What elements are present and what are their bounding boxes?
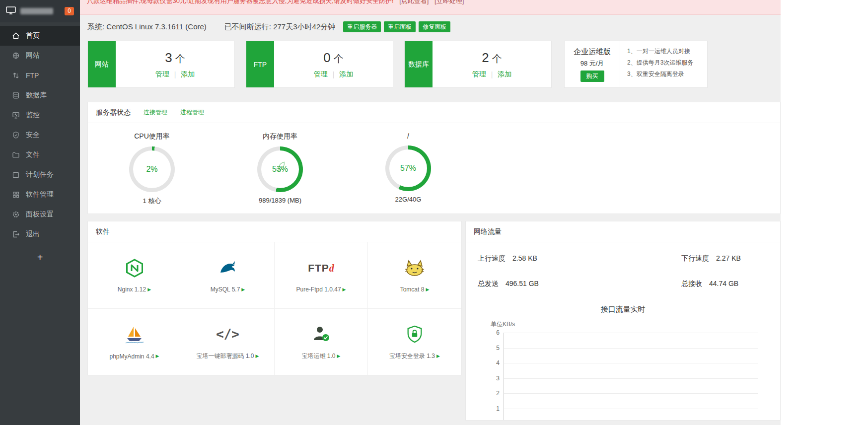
promo-features: 1、一对一运维人员对接 2、提供每月3次运维服务 3、双重安全隔离登录 [620,41,707,87]
sidebar-item-monitor[interactable]: 监控 [0,105,80,125]
sidebar-item-label: 网站 [26,51,40,60]
running-indicator: ▶ [343,287,346,292]
cpu-donut-chart: 2% [129,146,175,192]
website-add-link[interactable]: 添加 [181,70,195,79]
sidebar-item-files[interactable]: 文件 [0,145,80,165]
sidebar-item-label: 面板设置 [26,210,54,219]
sidebar-item-settings[interactable]: 面板设置 [0,205,80,224]
running-indicator: ▶ [241,287,245,292]
sidebar-add-button[interactable]: + [0,247,80,267]
monitor-icon [12,111,20,119]
system-os: 系统: CentOS Linux 7.3.1611 (Core) [87,22,207,32]
nginx-icon [125,258,145,279]
alert-action-link[interactable]: [立即处理] [434,0,464,4]
total-sent: 总发送 496.51 GB [478,280,681,288]
ftp-count: 0个 [323,50,343,66]
server-name-redacted [20,8,53,14]
website-tag: 网站 [88,41,116,87]
sidebar-item-label: 文件 [26,150,40,159]
connections-manage-link[interactable]: 连接管理 [144,108,167,117]
disk-root-gauge: / 57% 22G/40G [344,132,472,213]
ftp-tag: FTP [246,41,274,87]
repair-panel-button[interactable]: 修复面板 [419,21,450,32]
memory-donut-chart[interactable]: 53% [257,146,303,192]
sidebar-item-logout[interactable]: 退出 [0,224,80,244]
sidebar-item-cron[interactable]: 计划任务 [0,165,80,185]
sidebar: 0 首页 网站 FTP 数据库 监控 [0,0,80,425]
sidebar-item-ftp[interactable]: FTP [0,66,80,85]
software-item-mysql[interactable]: MySQL 5.7▶ [181,242,275,309]
software-title: 软件 [96,227,110,236]
promo-feature: 2、提供每月3次运维服务 [627,57,707,69]
running-indicator: ▶ [256,354,259,358]
software-item-phpmyadmin[interactable]: phpMyAdmin 4.4▶ [88,309,181,375]
website-icon [12,52,20,60]
message-count-badge[interactable]: 0 [65,7,74,15]
ftp-icon [12,71,20,79]
sidebar-item-website[interactable]: 网站 [0,46,80,66]
logout-icon [12,230,20,238]
database-count: 2个 [482,50,502,66]
software-grid: Nginx 1.12▶ MySQL 5.7▶ FTPd Pure-Ftpd 1.… [88,242,461,375]
traffic-chart-unit: 单位KB/s [491,320,780,329]
ftp-manage-link[interactable]: 管理 [314,70,328,79]
software-item-btops[interactable]: 宝塔运维 1.0▶ [275,309,368,375]
network-stats: 上行速度 2.58 KB 下行速度 2.27 KB 总发送 496.51 GB [466,242,780,288]
disk-donut-chart: 57% [385,145,431,191]
total-received: 总接收 44.74 GB [681,280,738,288]
phpmyadmin-icon [124,325,145,346]
software-item-security-login[interactable]: 宝塔安全登录 1.3▶ [368,309,461,375]
logo-bar: 0 [0,0,80,22]
restart-panel-button[interactable]: 重启面板 [384,21,416,32]
software-item-tomcat[interactable]: Tomcat 8▶ [368,242,461,309]
running-indicator: ▶ [156,354,159,358]
restart-server-button[interactable]: 重启服务器 [343,21,381,32]
promo-feature: 3、双重安全隔离登录 [627,69,707,80]
calendar-icon [12,171,20,179]
process-manage-link[interactable]: 进程管理 [180,108,204,117]
sidebar-item-security[interactable]: 安全 [0,125,80,145]
mysql-icon [217,258,238,279]
software-item-deploy-code[interactable]: </> 宝塔一键部署源码 1.0▶ [181,309,275,375]
sidebar-item-software[interactable]: 软件管理 [0,185,80,205]
monitor-logo-icon [6,6,16,16]
website-manage-link[interactable]: 管理 [155,70,169,79]
security-shield-icon [12,131,20,139]
btops-icon [311,324,331,345]
server-status-panel: 服务器状态 连接管理 进程管理 CPU使用率 2% 1 核心 内存使用率 [87,102,781,214]
website-stat-card: 网站 3个 管理 | 添加 [87,41,235,88]
divider: | [491,71,493,78]
server-status-title: 服务器状态 [96,108,131,117]
running-indicator: ▶ [426,287,429,292]
sidebar-item-label: 数据库 [26,91,47,100]
security-login-icon [405,324,424,345]
buy-button[interactable]: 购买 [580,71,604,82]
running-indicator: ▶ [436,354,440,358]
download-speed: 下行速度 2.27 KB [681,254,741,263]
bt-panel-app: 0 首页 网站 FTP 数据库 监控 [0,0,868,425]
ftp-add-link[interactable]: 添加 [339,70,353,79]
sidebar-item-home[interactable]: 首页 [0,26,80,46]
sidebar-item-database[interactable]: 数据库 [0,85,80,105]
promo-title: 企业运维版 [574,47,611,57]
network-title: 网络流量 [474,227,502,236]
sidebar-item-label: FTP [26,71,39,79]
network-traffic-panel: 网络流量 上行速度 2.58 KB 下行速度 2.27 KB [465,221,781,421]
promo-price: 98 元/月 [580,59,604,68]
running-indicator: ▶ [147,287,151,292]
software-item-nginx[interactable]: Nginx 1.12▶ [88,242,181,309]
database-add-link[interactable]: 添加 [498,70,511,79]
software-panel: 软件 Nginx 1.12▶ MySQL 5.7▶ [87,221,462,375]
database-manage-link[interactable]: 管理 [472,70,486,79]
sidebar-item-label: 安全 [26,131,40,140]
software-item-pureftpd[interactable]: FTPd Pure-Ftpd 1.0.47▶ [275,242,368,309]
promo-feature: 1、一对一运维人员对接 [627,46,707,57]
grid-icon [12,191,20,199]
ftp-stat-card: FTP 0个 管理 | 添加 [246,41,393,88]
main-content: 八款运维精品插件,现每款仅需30元!近期发现有用户服务器被恶意入侵,为避免造成损… [80,0,868,425]
gear-icon [12,211,20,218]
database-stat-card: 数据库 2个 管理 | 添加 [404,41,552,88]
system-info-row: 系统: CentOS Linux 7.3.1611 (Core) 已不间断运行:… [87,21,861,32]
alert-view-link[interactable]: [点此查看] [399,0,429,4]
chart-y-axis [504,333,504,421]
